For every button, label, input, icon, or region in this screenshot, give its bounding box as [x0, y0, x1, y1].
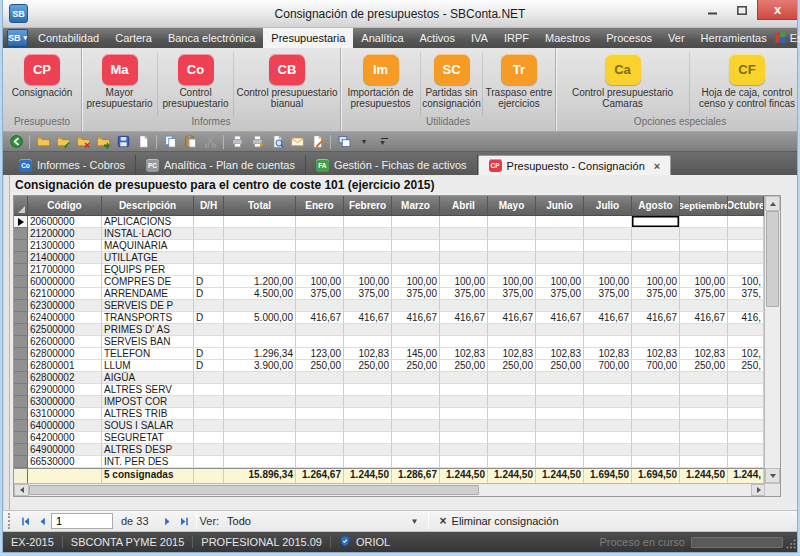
cell-octubre[interactable]: 100, [728, 276, 764, 288]
cell-mayo[interactable]: 375,00 [488, 288, 536, 300]
ribbon-button-control-presupuestario-camaras[interactable]: CaControl presupuestario Camaras [556, 52, 690, 116]
row-selector[interactable] [14, 312, 28, 324]
cell-julio[interactable] [584, 456, 632, 468]
cell-febrero[interactable]: 100,00 [344, 276, 392, 288]
cell-dh[interactable] [194, 408, 224, 420]
cell-octubre[interactable]: 375, [728, 288, 764, 300]
menu-item-maestros[interactable]: Maestros [537, 28, 598, 48]
cell-octubre[interactable]: 250, [728, 360, 764, 372]
row-selector[interactable] [14, 444, 28, 456]
cell-enero[interactable]: 250,00 [296, 360, 344, 372]
estilo-label[interactable]: Estilo [790, 32, 800, 44]
cell-marzo[interactable] [392, 228, 440, 240]
cell-septiembre[interactable] [680, 324, 728, 336]
cell-octubre[interactable] [728, 264, 764, 276]
cell-marzo[interactable] [392, 216, 440, 228]
cell-marzo[interactable]: 250,00 [392, 360, 440, 372]
table-row[interactable]: 21200000INSTAL·LACIO [14, 228, 764, 240]
cell-junio[interactable] [536, 216, 584, 228]
cell-junio[interactable] [536, 264, 584, 276]
cell-febrero[interactable] [344, 240, 392, 252]
cell-dh[interactable]: D [194, 288, 224, 300]
cell-mayo[interactable] [488, 372, 536, 384]
cell-dh[interactable] [194, 372, 224, 384]
cell-abril[interactable]: 416,67 [440, 312, 488, 324]
cell-septiembre[interactable] [680, 456, 728, 468]
column-header-junio[interactable]: Junio [536, 196, 584, 216]
row-selector[interactable] [14, 240, 28, 252]
cell-abril[interactable] [440, 336, 488, 348]
column-header-enero[interactable]: Enero [296, 196, 344, 216]
row-selector[interactable] [14, 336, 28, 348]
cell-enero[interactable] [296, 372, 344, 384]
table-row[interactable]: 21400000UTILLATGE [14, 252, 764, 264]
cell-dh[interactable] [194, 252, 224, 264]
cell-julio[interactable] [584, 240, 632, 252]
cell-septiembre[interactable] [680, 300, 728, 312]
cell-mayo[interactable] [488, 396, 536, 408]
cell-marzo[interactable] [392, 324, 440, 336]
cell-marzo[interactable]: 375,00 [392, 288, 440, 300]
cell-abril[interactable]: 100,00 [440, 276, 488, 288]
cell-marzo[interactable] [392, 432, 440, 444]
table-row[interactable]: 66530000INT. PER DES [14, 456, 764, 468]
cell-octubre[interactable]: 102, [728, 348, 764, 360]
cell-agosto[interactable]: 416,67 [632, 312, 680, 324]
horizontal-scroll-thumb[interactable] [29, 485, 479, 495]
cell-code[interactable]: 21200000 [28, 228, 102, 240]
cell-total[interactable]: 3.900,00 [224, 360, 296, 372]
cell-mayo[interactable] [488, 252, 536, 264]
grip-handle[interactable] [8, 513, 13, 529]
cell-septiembre[interactable] [680, 444, 728, 456]
last-record-button[interactable] [176, 512, 193, 530]
cell-agosto[interactable] [632, 372, 680, 384]
cell-octubre[interactable] [728, 384, 764, 396]
cell-dh[interactable]: D [194, 312, 224, 324]
scroll-down-button[interactable] [765, 468, 780, 483]
menu-item-cartera[interactable]: Cartera [107, 28, 160, 48]
cell-marzo[interactable] [392, 264, 440, 276]
cell-abril[interactable] [440, 396, 488, 408]
cell-octubre[interactable] [728, 420, 764, 432]
menu-item-activos[interactable]: Activos [412, 28, 463, 48]
delete-record-icon[interactable] [74, 133, 92, 150]
table-row[interactable]: 60000000COMPRES DED1.200,00100,00100,001… [14, 276, 764, 288]
tab-close-icon[interactable]: × [654, 160, 660, 172]
cell-code[interactable]: 63000000 [28, 396, 102, 408]
column-header-julio[interactable]: Julio [584, 196, 632, 216]
row-selector[interactable] [14, 432, 28, 444]
cell-abril[interactable] [440, 372, 488, 384]
row-selector[interactable] [14, 264, 28, 276]
cell-junio[interactable]: 250,00 [536, 360, 584, 372]
cell-total[interactable] [224, 252, 296, 264]
cell-dh[interactable] [194, 216, 224, 228]
table-row[interactable]: 20600000APLICACIONS [14, 216, 764, 228]
cell-mayo[interactable] [488, 228, 536, 240]
print-icon[interactable] [228, 133, 246, 150]
cell-code[interactable]: 20600000 [28, 216, 102, 228]
row-selector[interactable] [14, 324, 28, 336]
cell-junio[interactable]: 416,67 [536, 312, 584, 324]
tab-presupuesto-consignaci-n[interactable]: CPPresupuesto - Consignación× [478, 155, 672, 175]
cell-julio[interactable]: 100,00 [584, 276, 632, 288]
cell-agosto[interactable] [632, 252, 680, 264]
next-record-button[interactable] [159, 512, 176, 530]
table-row[interactable]: 21700000EQUIPS PER [14, 264, 764, 276]
cell-julio[interactable] [584, 384, 632, 396]
cell-febrero[interactable] [344, 396, 392, 408]
table-row[interactable]: 62800002AIGÜA [14, 372, 764, 384]
cell-enero[interactable]: 123,00 [296, 348, 344, 360]
cell-junio[interactable] [536, 396, 584, 408]
cell-mayo[interactable] [488, 384, 536, 396]
horizontal-scrollbar[interactable] [14, 483, 766, 496]
tab-gesti-n-fichas-de-activos[interactable]: FAGestión - Fichas de activos [306, 155, 478, 175]
document-icon[interactable] [134, 133, 152, 150]
previous-record-button[interactable] [34, 512, 51, 530]
cell-octubre[interactable] [728, 372, 764, 384]
maximize-button[interactable] [727, 0, 757, 20]
copy-icon[interactable] [161, 133, 179, 150]
grid-corner-cell[interactable] [14, 196, 28, 216]
cell-total[interactable] [224, 336, 296, 348]
tab-informes-cobros[interactable]: CoInformes - Cobros [9, 155, 136, 175]
table-row[interactable]: 62600000SERVEIS BAN [14, 336, 764, 348]
